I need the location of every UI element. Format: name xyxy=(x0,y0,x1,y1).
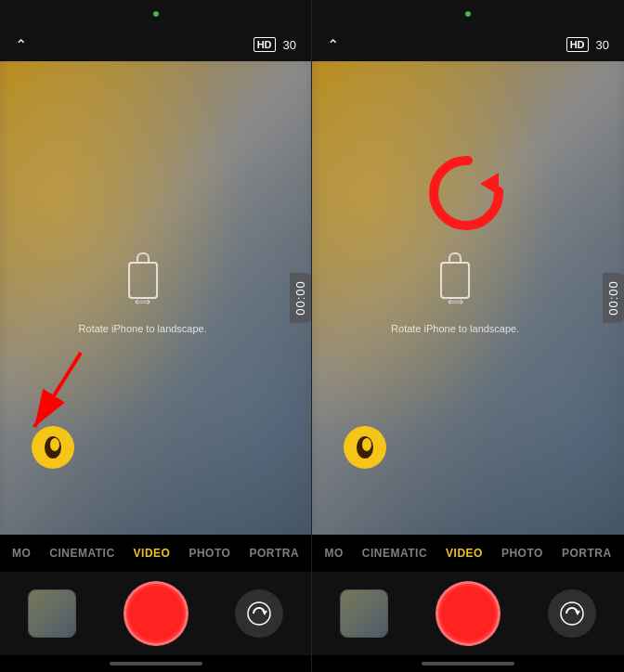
phone-icon-right: ⟺ xyxy=(440,262,470,299)
svg-point-8 xyxy=(561,602,583,625)
shutter-btn-right[interactable] xyxy=(436,581,500,646)
rotate-text-left: Rotate iPhone to landscape. xyxy=(79,323,207,334)
hd-badge-right: HD xyxy=(566,37,589,52)
mode-photo-right[interactable]: PHOTO xyxy=(492,547,552,560)
mode-video-left[interactable]: VIDEO xyxy=(124,547,180,560)
mode-bar-left: MO CINEMATIC VIDEO PHOTO PORTRA xyxy=(0,535,311,572)
svg-point-1 xyxy=(50,438,59,451)
mode-bar-right: MO CINEMATIC VIDEO PHOTO PORTRA xyxy=(312,535,624,572)
flip-btn-right[interactable] xyxy=(548,589,596,638)
top-bar-right: ⌃ HD 30 xyxy=(312,28,624,61)
bottom-bar-left xyxy=(0,572,311,655)
svg-point-7 xyxy=(362,438,371,451)
yellow-btn-left[interactable] xyxy=(32,426,74,469)
left-panel: ⌃ HD 30 ⟺ Rotate iPhone to landscape. 00… xyxy=(0,0,312,672)
chevron-icon-left[interactable]: ⌃ xyxy=(15,36,27,54)
mode-video-right[interactable]: VIDEO xyxy=(436,547,492,560)
home-indicator-right xyxy=(312,655,624,672)
thumbnail-right[interactable] xyxy=(340,589,388,638)
home-bar-right xyxy=(422,662,514,666)
hd-badge-left: HD xyxy=(254,37,276,52)
flip-btn-left[interactable] xyxy=(235,589,283,638)
status-bar-left xyxy=(0,0,311,28)
bottom-bar-right xyxy=(312,572,624,655)
mode-portrait-left[interactable]: PORTRA xyxy=(240,547,308,560)
shutter-btn-left[interactable] xyxy=(124,581,188,646)
home-indicator-left xyxy=(0,655,311,672)
yellow-btn-right[interactable] xyxy=(344,426,386,469)
shutter-inner-left xyxy=(129,587,183,640)
viewfinder-right: ⟺ Rotate iPhone to landscape. 00:00 xyxy=(312,61,624,535)
top-bar-left: ⌃ HD 30 xyxy=(0,28,311,61)
top-bar-right-right: HD 30 xyxy=(566,37,609,52)
mode-cinematic-right[interactable]: CINEMATIC xyxy=(353,547,436,560)
right-panel: ⌃ HD 30 ⟺ Rotate iPhone to landscape. 00… xyxy=(312,0,624,672)
mode-slo-right[interactable]: MO xyxy=(315,547,352,560)
mode-photo-left[interactable]: PHOTO xyxy=(179,547,240,560)
rotate-text-right: Rotate iPhone to landscape. xyxy=(391,323,519,334)
shutter-inner-right xyxy=(441,587,495,640)
thumbnail-left[interactable] xyxy=(28,589,76,638)
flip-icon-left xyxy=(246,601,272,627)
flip-icon-right xyxy=(559,601,585,627)
timer-right: 00:00 xyxy=(603,273,624,323)
status-bar-right xyxy=(312,0,624,28)
mode-cinematic-left[interactable]: CINEMATIC xyxy=(40,547,124,560)
top-bar-right-left: HD 30 xyxy=(254,37,296,52)
chevron-icon-right[interactable]: ⌃ xyxy=(327,36,339,54)
bean-icon-left xyxy=(43,434,63,460)
home-bar-left xyxy=(110,662,202,666)
viewfinder-left: ⟺ Rotate iPhone to landscape. 00:00 xyxy=(0,61,311,535)
rotate-hint-left: ⟺ Rotate iPhone to landscape. xyxy=(79,262,207,334)
bean-icon-right xyxy=(355,434,375,460)
fps-label-right: 30 xyxy=(596,38,609,52)
rotate-hint-right: ⟺ Rotate iPhone to landscape. xyxy=(391,262,519,334)
mode-portrait-right[interactable]: PORTRA xyxy=(552,547,621,560)
phone-icon-left: ⟺ xyxy=(128,262,158,299)
fps-label-left: 30 xyxy=(283,38,296,52)
status-dot-right xyxy=(465,11,471,17)
status-dot-left xyxy=(153,11,159,17)
svg-point-4 xyxy=(248,602,270,625)
mode-slo-left[interactable]: MO xyxy=(3,547,40,560)
timer-left: 00:00 xyxy=(290,273,311,323)
